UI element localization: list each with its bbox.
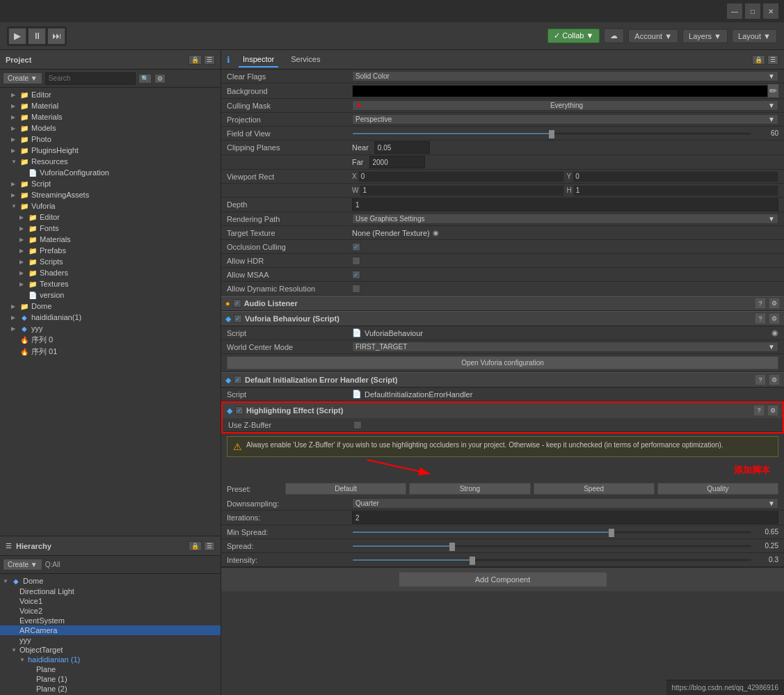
list-item[interactable]: ▶ ◆ haididianian(1) bbox=[0, 312, 221, 323]
highlighting-effect-enabled[interactable] bbox=[235, 406, 243, 415]
list-item[interactable]: ▶ 📁 Models bbox=[0, 122, 221, 134]
background-edit-button[interactable]: ✏ bbox=[768, 84, 778, 97]
target-texture-select-icon[interactable]: ◉ bbox=[433, 229, 439, 237]
hierarchy-item[interactable]: Plane (1) bbox=[0, 674, 221, 684]
add-component-button[interactable]: Add Component bbox=[399, 572, 607, 587]
audio-listener-enabled[interactable] bbox=[233, 299, 241, 307]
clear-flags-value[interactable]: Solid Color ▼ bbox=[352, 71, 778, 81]
default-init-settings-button[interactable]: ⚙ bbox=[769, 374, 780, 385]
near-input[interactable] bbox=[374, 141, 430, 154]
inspector-menu-button[interactable]: ☰ bbox=[767, 55, 778, 65]
list-item[interactable]: ▶ 📁 Materials bbox=[0, 234, 221, 245]
default-init-help-button[interactable]: ? bbox=[755, 374, 766, 385]
project-lock-button[interactable]: 🔒 bbox=[189, 55, 202, 65]
project-create-button[interactable]: Create ▼ bbox=[3, 72, 42, 84]
step-button[interactable]: ⏭ bbox=[47, 28, 65, 45]
tab-inspector[interactable]: Inspector bbox=[239, 52, 278, 67]
culling-mask-dropdown[interactable]: ▼ Everything ▼ bbox=[352, 100, 778, 111]
world-center-mode-dropdown[interactable]: FIRST_TARGET ▼ bbox=[352, 342, 778, 352]
hierarchy-item[interactable]: Directional Light bbox=[0, 586, 221, 596]
list-item[interactable]: ▶ 📁 Script bbox=[0, 178, 221, 189]
list-item[interactable]: 🔥 序列 0 bbox=[0, 334, 221, 346]
highlighting-settings-button[interactable]: ⚙ bbox=[767, 405, 778, 416]
vuforia-behaviour-section[interactable]: ◆ Vuforia Behaviour (Script) ? ⚙ bbox=[221, 311, 784, 326]
list-item[interactable]: ▶ 📁 StreamingAssets bbox=[0, 189, 221, 200]
preset-quality-button[interactable]: Quality bbox=[657, 483, 778, 495]
preset-default-button[interactable]: Default bbox=[285, 483, 406, 495]
close-button[interactable]: ✕ bbox=[763, 3, 778, 19]
search-icon[interactable]: 🔍 bbox=[138, 74, 152, 83]
list-item[interactable]: ▶ 📁 Prefabs bbox=[0, 245, 221, 256]
projection-dropdown[interactable]: Perspective ▼ bbox=[352, 114, 778, 125]
clear-flags-dropdown[interactable]: Solid Color ▼ bbox=[352, 71, 778, 81]
default-init-section[interactable]: ◆ Default Initialization Error Handler (… bbox=[221, 372, 784, 388]
project-filter-button[interactable]: ⚙ bbox=[154, 74, 166, 83]
min-spread-slider-track[interactable] bbox=[352, 531, 751, 534]
project-menu-button[interactable]: ☰ bbox=[204, 55, 215, 65]
depth-input[interactable] bbox=[352, 198, 778, 211]
hierarchy-item[interactable]: EventSystem bbox=[0, 616, 221, 625]
vuforia-enabled[interactable] bbox=[234, 314, 242, 323]
allow-hdr-checkbox[interactable] bbox=[352, 257, 360, 265]
audio-listener-settings-button[interactable]: ⚙ bbox=[769, 298, 780, 309]
vr-w-input[interactable] bbox=[360, 185, 563, 196]
vr-h-input[interactable] bbox=[573, 185, 778, 196]
list-item[interactable]: ▶ 📁 Scripts bbox=[0, 256, 221, 267]
account-button[interactable]: Account ▼ bbox=[628, 29, 678, 43]
hierarchy-item[interactable]: Voice1 bbox=[0, 596, 221, 606]
hierarchy-item[interactable]: ▼ haididianian (1) bbox=[0, 655, 221, 664]
list-item[interactable]: ▶ 📁 Materials bbox=[0, 111, 221, 122]
spread-slider-track[interactable] bbox=[352, 545, 751, 548]
list-item[interactable]: ▶ 📁 Textures bbox=[0, 278, 221, 289]
hierarchy-item[interactable]: Voice2 bbox=[0, 606, 221, 616]
list-item[interactable]: ▶ 📁 Material bbox=[0, 100, 221, 111]
hierarchy-item[interactable]: ▼ ◆ Dome bbox=[0, 575, 221, 586]
project-search-input[interactable] bbox=[45, 72, 136, 85]
vuforia-help-button[interactable]: ? bbox=[755, 313, 766, 324]
minimize-button[interactable]: — bbox=[727, 3, 742, 19]
highlighting-effect-section[interactable]: ◆ Highlighting Effect (Script) ? ⚙ bbox=[223, 403, 783, 418]
hierarchy-item[interactable]: Plane bbox=[0, 664, 221, 674]
default-init-enabled[interactable] bbox=[234, 376, 242, 384]
rendering-path-dropdown[interactable]: Use Graphics Settings ▼ bbox=[352, 214, 778, 224]
cloud-button[interactable]: ☁ bbox=[604, 29, 624, 43]
list-item[interactable]: 📄 VuforiaConfiguration bbox=[0, 167, 221, 178]
list-item[interactable]: ▶ 📁 Editor bbox=[0, 89, 221, 100]
tab-services[interactable]: Services bbox=[287, 52, 324, 67]
far-input[interactable] bbox=[369, 156, 425, 168]
list-item[interactable]: ▶ 📁 Editor bbox=[0, 211, 221, 223]
allow-dynamic-resolution-checkbox[interactable] bbox=[352, 285, 360, 293]
hierarchy-item[interactable]: yyy bbox=[0, 635, 221, 645]
use-zbuffer-checkbox[interactable] bbox=[353, 421, 362, 429]
min-spread-thumb[interactable] bbox=[609, 529, 614, 537]
intensity-thumb[interactable] bbox=[470, 557, 475, 565]
audio-listener-section[interactable]: ● Audio Listener ? ⚙ bbox=[221, 296, 784, 311]
preset-speed-button[interactable]: Speed bbox=[534, 483, 655, 495]
list-item[interactable]: ▶ 📁 Fonts bbox=[0, 223, 221, 234]
open-vuforia-button[interactable]: Open Vuforia configuration bbox=[227, 356, 778, 369]
intensity-slider-track[interactable] bbox=[352, 559, 751, 561]
fov-slider-track[interactable] bbox=[352, 132, 751, 135]
allow-msaa-checkbox[interactable] bbox=[352, 271, 360, 279]
vr-y-input[interactable] bbox=[573, 171, 778, 182]
fov-slider-thumb[interactable] bbox=[549, 130, 554, 138]
list-item[interactable]: ▶ 📁 Dome bbox=[0, 301, 221, 312]
iterations-input[interactable] bbox=[352, 511, 778, 524]
vr-x-input[interactable] bbox=[358, 171, 564, 182]
spread-thumb[interactable] bbox=[449, 543, 455, 551]
audio-listener-help-button[interactable]: ? bbox=[755, 298, 766, 309]
layout-button[interactable]: Layout ▼ bbox=[732, 29, 777, 43]
hierarchy-menu-button[interactable]: ☰ bbox=[204, 541, 215, 551]
collab-button[interactable]: ✓ Collab ▼ bbox=[547, 29, 600, 43]
list-item[interactable]: ▼ 📁 Resources bbox=[0, 156, 221, 167]
list-item[interactable]: ▶ ◆ yyy bbox=[0, 323, 221, 334]
hierarchy-item[interactable]: ▼ ObjectTarget bbox=[0, 645, 221, 655]
list-item[interactable]: 🔥 序列 01 bbox=[0, 346, 221, 358]
background-color-swatch[interactable] bbox=[352, 85, 768, 97]
inspector-lock-button[interactable]: 🔒 bbox=[752, 55, 765, 65]
list-item[interactable]: ▶ 📁 Shaders bbox=[0, 267, 221, 278]
layers-button[interactable]: Layers ▼ bbox=[682, 29, 728, 43]
vuforia-script-select[interactable]: ◉ bbox=[771, 328, 778, 337]
hierarchy-create-button[interactable]: Create ▼ bbox=[3, 559, 42, 570]
vuforia-settings-button[interactable]: ⚙ bbox=[769, 313, 780, 324]
